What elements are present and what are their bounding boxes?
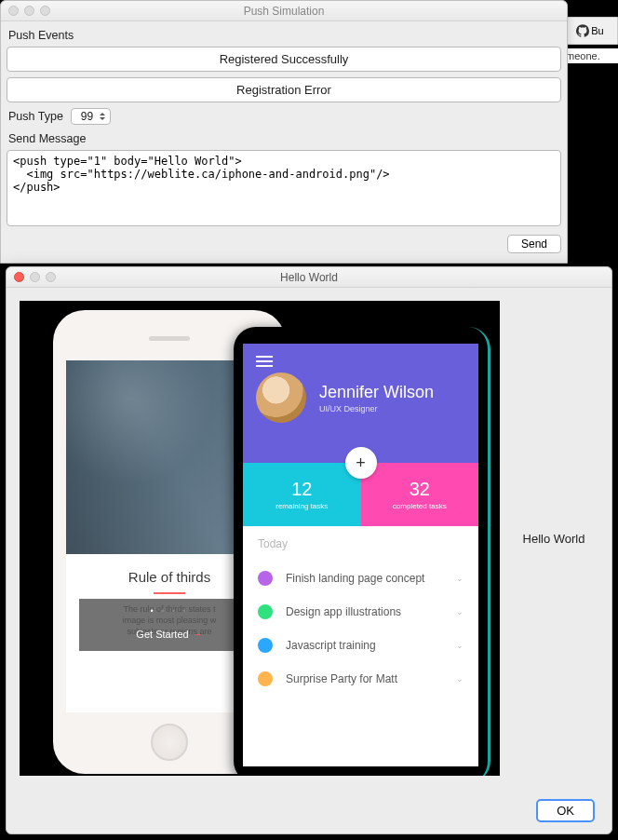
stat-caption: completed tasks	[393, 502, 447, 510]
list-section-title: Today	[258, 537, 464, 550]
pager-dots: • • • •	[79, 606, 260, 616]
hello-world-dialog: Hello World Rule of thirds The rule of t…	[6, 266, 612, 834]
completed-tasks-stat[interactable]: 32 completed tasks	[361, 463, 479, 526]
speaker-icon	[149, 336, 190, 341]
list-item-label: Finish landing page concept	[286, 572, 424, 585]
bullet-icon	[258, 571, 273, 586]
push-type-select[interactable]: 99	[71, 108, 111, 125]
registered-successfully-button[interactable]: Registered Successfully	[7, 47, 561, 72]
android-mockup: Jennifer Wilson UI/UX Designer + 12 rema…	[234, 327, 490, 776]
github-icon	[576, 24, 589, 37]
push-image: Rule of thirds The rule of thirds states…	[20, 301, 500, 776]
browser-tab-label: Bu	[591, 25, 603, 36]
send-button[interactable]: Send	[507, 235, 561, 253]
chevron-down-icon: ⌄	[456, 574, 464, 583]
push-simulation-window: Push Simulation Push Events Registered S…	[0, 0, 568, 264]
window-title: Hello World	[7, 271, 611, 284]
dialog-body-text: Hello World	[509, 301, 598, 776]
stat-number: 12	[291, 479, 312, 500]
push-type-label: Push Type	[8, 110, 63, 123]
list-item[interactable]: Surprise Party for Matt ⌄	[258, 662, 464, 696]
list-item-label: Surprise Party for Matt	[286, 672, 397, 685]
user-name: Jennifer Wilson	[319, 383, 434, 402]
list-item-label: Javascript training	[286, 639, 376, 652]
bullet-icon	[258, 604, 273, 619]
chevron-down-icon: ⌄	[456, 641, 464, 650]
browser-tab[interactable]: Bu	[562, 17, 618, 45]
chevron-down-icon: ⌄	[456, 674, 464, 684]
list-item[interactable]: Javascript training ⌄	[258, 629, 464, 662]
browser-url-fragment: meone.	[562, 48, 618, 63]
titlebar[interactable]: Hello World	[7, 267, 611, 288]
ok-button[interactable]: OK	[536, 799, 595, 822]
avatar[interactable]	[256, 373, 306, 423]
divider	[154, 592, 185, 594]
slide-title: Rule of thirds	[79, 569, 260, 585]
titlebar[interactable]: Push Simulation	[1, 1, 567, 21]
message-textarea[interactable]	[7, 150, 561, 226]
arrow-right-icon: →	[193, 629, 203, 640]
bullet-icon	[258, 671, 273, 686]
list-item[interactable]: Finish landing page concept ⌄	[258, 562, 464, 595]
send-message-label: Send Message	[8, 132, 561, 145]
remaining-tasks-stat[interactable]: 12 remaining tasks	[243, 463, 361, 526]
menu-icon[interactable]	[256, 356, 273, 367]
window-title: Push Simulation	[1, 5, 567, 18]
registration-error-button[interactable]: Registration Error	[7, 77, 561, 102]
app-header: Jennifer Wilson UI/UX Designer +	[243, 344, 478, 463]
get-started-button[interactable]: Get Started→	[79, 629, 260, 640]
bullet-icon	[258, 638, 273, 653]
push-events-label: Push Events	[8, 29, 561, 42]
stat-caption: remaining tasks	[275, 502, 328, 510]
chevron-down-icon: ⌄	[456, 607, 464, 616]
add-button[interactable]: +	[345, 447, 377, 479]
list-item[interactable]: Design app illustrations ⌄	[258, 595, 464, 629]
stat-number: 32	[410, 479, 430, 500]
home-button[interactable]	[151, 724, 188, 761]
list-item-label: Design app illustrations	[286, 605, 401, 618]
user-role: UI/UX Designer	[319, 404, 434, 413]
